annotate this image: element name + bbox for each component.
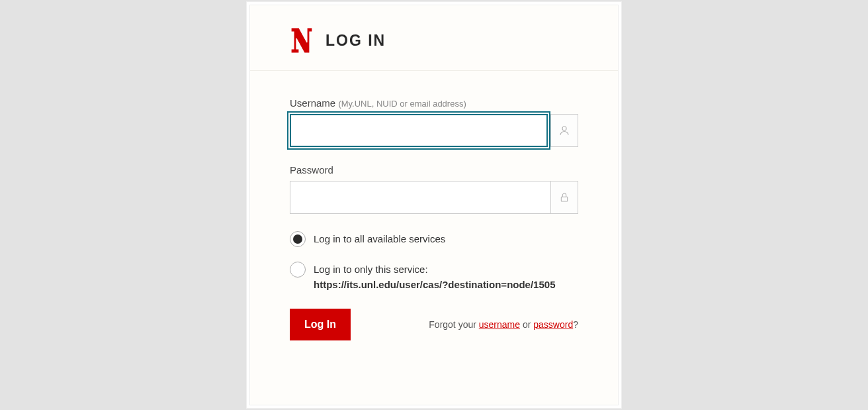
password-block: Password <box>290 164 578 214</box>
username-input-row <box>290 114 578 147</box>
username-label: Username (My.UNL, NUID or email address) <box>290 97 578 109</box>
radio-all-services-row: Log in to all available services <box>290 231 578 247</box>
user-icon <box>550 114 578 147</box>
radio-all-services-label: Log in to all available services <box>314 231 445 246</box>
svg-rect-1 <box>561 197 567 201</box>
forgot-prefix: Forgot your <box>429 319 478 330</box>
forgot-password-link[interactable]: password <box>533 319 573 330</box>
radio-only-this-row: Log in to only this service: https://its… <box>290 262 578 293</box>
radio-only-this[interactable] <box>290 262 306 278</box>
forgot-middle: or <box>520 319 533 330</box>
password-input[interactable] <box>290 181 550 214</box>
header: LOG IN <box>250 5 618 71</box>
footer-row: Log In Forgot your username or password? <box>290 309 578 340</box>
password-input-row <box>290 181 578 214</box>
svg-point-0 <box>562 127 566 130</box>
password-label: Password <box>290 164 578 176</box>
form-body: Username (My.UNL, NUID or email address)… <box>250 71 618 360</box>
login-card: LOG IN Username (My.UNL, NUID or email a… <box>246 1 622 409</box>
forgot-username-link[interactable]: username <box>479 319 520 330</box>
username-input[interactable] <box>290 114 548 147</box>
login-button[interactable]: Log In <box>290 309 351 340</box>
radio-only-this-url: https://its.unl.edu/user/cas/?destinatio… <box>314 279 556 290</box>
lock-icon <box>550 181 578 214</box>
radio-only-this-text: Log in to only this service: <box>314 264 428 275</box>
forgot-text: Forgot your username or password? <box>429 319 578 330</box>
radio-all-services[interactable] <box>290 231 306 247</box>
username-block: Username (My.UNL, NUID or email address) <box>290 97 578 147</box>
radio-only-this-label: Log in to only this service: https://its… <box>314 262 556 293</box>
login-scope-group: Log in to all available services Log in … <box>290 231 578 293</box>
login-panel: LOG IN Username (My.UNL, NUID or email a… <box>249 5 619 405</box>
page-title: LOG IN <box>326 32 386 50</box>
username-hint: (My.UNL, NUID or email address) <box>338 99 466 109</box>
username-label-text: Username <box>290 97 335 109</box>
nebraska-n-logo-icon <box>290 25 314 56</box>
forgot-suffix: ? <box>573 319 578 330</box>
